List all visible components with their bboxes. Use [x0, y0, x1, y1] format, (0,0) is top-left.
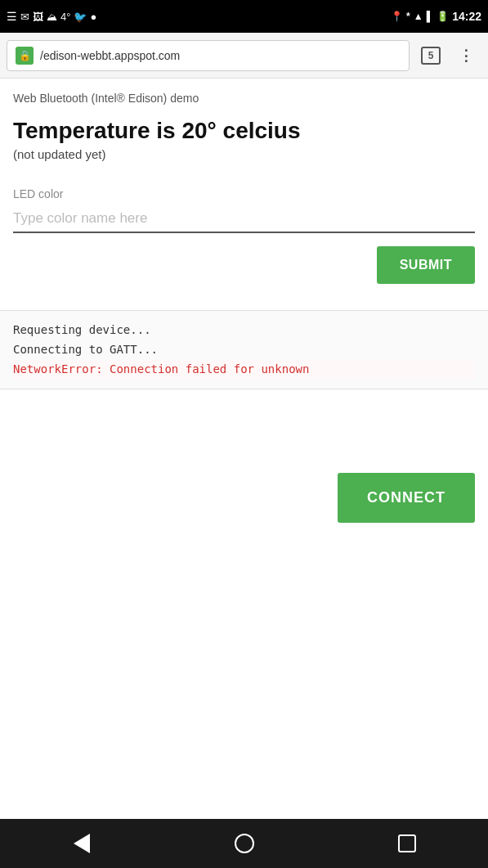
home-button[interactable] — [224, 823, 265, 864]
temp-icon: 4° — [60, 11, 70, 23]
log-line-2: Connecting to GATT... — [13, 340, 475, 360]
nav-bar — [0, 819, 488, 868]
tab-count: 5 — [421, 47, 441, 65]
back-icon — [74, 834, 90, 853]
status-bar-left: ☰ ✉ 🖼 ⛰ 4° 🐦 ● — [7, 10, 96, 23]
page-content: Web Bluetooth (Intel® Edison) demo Tempe… — [0, 79, 488, 284]
log-section: Requesting device... Connecting to GATT.… — [0, 310, 488, 389]
bottom-area: CONNECT — [0, 389, 488, 536]
submit-row: SUBMIT — [13, 246, 475, 284]
email-icon: ✉ — [20, 11, 29, 23]
temperature-note: (not updated yet) — [13, 147, 475, 161]
status-bar-right: 📍 * ▲ ▌ 🔋 14:22 — [391, 10, 481, 23]
chrome-icon: ● — [90, 11, 96, 23]
temperature-heading: Temperature is 20° celcius — [13, 118, 475, 144]
log-line-1: Requesting device... — [13, 321, 475, 340]
more-icon: ⋮ — [459, 47, 475, 65]
log-line-3-error: NetworkError: Connection failed for unkn… — [13, 360, 475, 380]
signal-icon: ▌ — [427, 11, 434, 22]
connect-button[interactable]: CONNECT — [338, 473, 475, 523]
secure-icon: 🔒 — [16, 47, 34, 65]
status-bar: ☰ ✉ 🖼 ⛰ 4° 🐦 ● 📍 * ▲ ▌ 🔋 14:22 — [0, 0, 488, 33]
clock: 14:22 — [452, 10, 481, 23]
recents-button[interactable] — [387, 823, 428, 864]
page-subtitle: Web Bluetooth (Intel® Edison) demo — [13, 92, 475, 105]
bluetooth-icon: * — [406, 11, 410, 22]
submit-button[interactable]: SUBMIT — [377, 246, 475, 284]
document-icon: ☰ — [7, 10, 17, 23]
menu-button[interactable]: ⋮ — [452, 41, 481, 70]
recents-icon — [398, 834, 416, 852]
led-label: LED color — [13, 187, 475, 200]
mountain-icon: ⛰ — [47, 11, 57, 23]
tab-switcher[interactable]: 5 — [416, 41, 445, 70]
url-bar[interactable]: 🔒 /edison-webbt.appspot.com — [7, 40, 410, 71]
led-color-input[interactable] — [13, 207, 475, 233]
location-icon: 📍 — [391, 11, 403, 22]
url-text: /edison-webbt.appspot.com — [40, 49, 180, 62]
connect-row: CONNECT — [325, 460, 488, 536]
image-icon: 🖼 — [33, 11, 43, 23]
back-button[interactable] — [61, 823, 102, 864]
browser-bar: 🔒 /edison-webbt.appspot.com 5 ⋮ — [0, 33, 488, 79]
home-icon — [235, 834, 254, 853]
twitter-icon: 🐦 — [74, 11, 87, 23]
led-section: LED color — [13, 187, 475, 233]
wifi-icon: ▲ — [414, 11, 423, 22]
battery-icon: 🔋 — [437, 11, 449, 22]
